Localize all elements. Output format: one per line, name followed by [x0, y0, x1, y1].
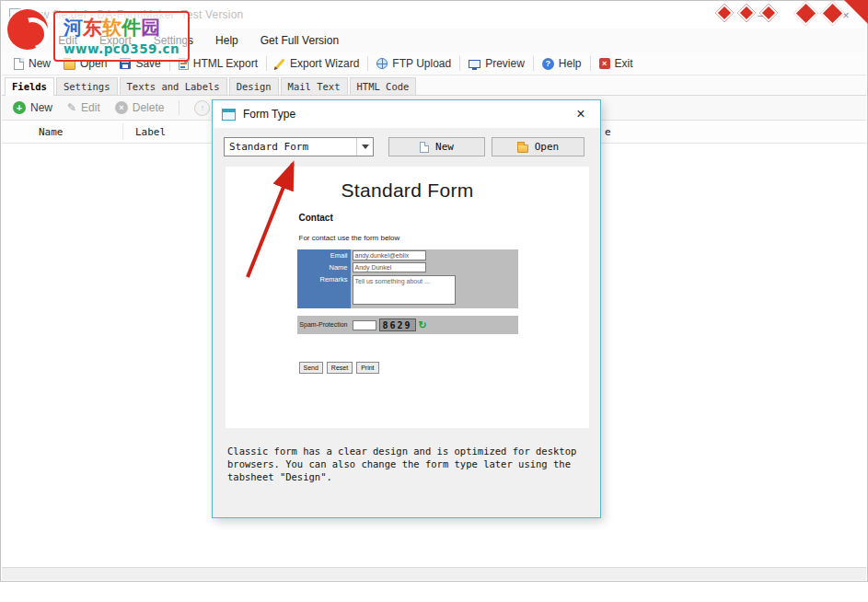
column-separator[interactable] [122, 123, 123, 140]
column-header-name[interactable]: Name [39, 126, 64, 138]
mock-buttons-row: Send Reset Print [297, 362, 518, 374]
mock-captcha: 8629 [379, 318, 416, 331]
mock-spam-label: Spam-Protection [297, 321, 351, 329]
tab-bar: Fields Settings Texts and Labels Design … [2, 75, 866, 96]
field-edit-button[interactable]: ✎ Edit [67, 101, 100, 114]
arrow-up-icon: ↑ [201, 103, 205, 112]
tab-mail-text[interactable]: Mail Text [281, 77, 348, 95]
toolbar-separator [590, 56, 591, 71]
ftp-upload-icon [376, 58, 388, 69]
mock-remarks-row: Remarks Tell us something about ... [297, 273, 518, 308]
app-icon [9, 8, 21, 21]
preview-heading: Standard Form [226, 179, 589, 202]
mock-remarks-label: Remarks [297, 273, 351, 308]
preview-icon [469, 60, 480, 68]
toolbar-separator [459, 56, 460, 71]
mock-name-input: Andy Dunkel [353, 262, 426, 272]
new-file-icon [420, 142, 429, 153]
menu-get-full-version[interactable]: Get Full Version [260, 34, 339, 47]
window-title: new file.def - DA-FormMaker Test Version [29, 8, 243, 21]
move-up-button[interactable]: ↑ [194, 100, 210, 116]
help-icon: ? [542, 58, 554, 70]
exit-button[interactable]: × Exit [593, 55, 640, 72]
menu-export[interactable]: Export [99, 34, 132, 47]
mock-name-label: Name [297, 261, 351, 273]
menu-edit[interactable]: Edit [58, 34, 77, 47]
mock-reset-button: Reset [327, 362, 353, 374]
open-button[interactable]: Open [57, 55, 113, 72]
save-button[interactable]: Save [113, 55, 167, 72]
minimize-button[interactable]: – [740, 1, 782, 29]
tab-settings[interactable]: Settings [56, 77, 118, 95]
new-file-icon [14, 58, 24, 70]
toolbar-separator [533, 56, 534, 71]
chevron-down-icon[interactable] [356, 138, 373, 156]
open-folder-icon [64, 61, 75, 70]
contact-form-preview: Contact For contact use the form below E… [297, 213, 518, 374]
column-header-label[interactable]: Label [135, 126, 166, 138]
form-type-dropdown[interactable]: Standard Form [224, 137, 374, 156]
help-button[interactable]: ? Help [536, 55, 588, 72]
menu-settings[interactable]: Settings [154, 34, 193, 47]
form-type-description: Classic form has a clear design and is o… [227, 445, 588, 484]
field-new-button[interactable]: + New [13, 101, 52, 114]
status-bar [2, 567, 866, 580]
main-toolbar: New Open Save HTML Export Export Wizard [2, 52, 866, 75]
export-wizard-button[interactable]: Export Wizard [269, 55, 365, 72]
mock-print-button: Print [356, 362, 378, 374]
window-controls: – □ × [740, 1, 867, 29]
maximize-button[interactable]: □ [782, 1, 825, 29]
tab-fields[interactable]: Fields [5, 77, 54, 96]
mock-email-input: andy.dunkel@eblix [353, 250, 426, 260]
html-export-icon [179, 58, 189, 70]
tab-html-code[interactable]: HTML Code [350, 77, 417, 95]
menu-file[interactable]: File [18, 34, 36, 47]
menu-bar: File Edit Export Settings Help Get Full … [2, 29, 866, 52]
save-icon [120, 58, 131, 69]
new-button[interactable]: New [7, 55, 57, 72]
open-folder-icon [517, 145, 528, 153]
mock-remarks-textarea: Tell us something about ... [353, 275, 456, 305]
dialog-title: Form Type [243, 108, 295, 121]
column-header-partial[interactable]: e [605, 126, 611, 138]
mock-spam-input [353, 320, 376, 330]
mock-email-label: Email [297, 249, 351, 261]
edit-pencil-icon: ✎ [67, 101, 76, 114]
form-preview-panel: Standard Form Contact For contact use th… [226, 167, 589, 428]
dialog-new-button[interactable]: New [388, 137, 485, 156]
field-delete-button[interactable]: × Delete [115, 101, 165, 114]
mock-send-button: Send [299, 362, 323, 374]
add-icon: + [13, 101, 26, 114]
mock-row-gap [297, 308, 518, 316]
title-bar: new file.def - DA-FormMaker Test Version… [1, 1, 867, 29]
dialog-title-bar: Form Type × [213, 100, 600, 128]
export-wizard-icon [275, 58, 284, 68]
mock-form-intro: For contact use the form below [299, 234, 518, 242]
toolbar-separator [266, 56, 267, 71]
delete-icon: × [115, 101, 128, 114]
ftp-upload-button[interactable]: FTP Upload [370, 55, 457, 72]
mock-email-row: Email andy.dunkel@eblix [297, 249, 518, 261]
menu-help[interactable]: Help [215, 34, 238, 47]
mock-name-row: Name Andy Dunkel [297, 261, 518, 273]
exit-icon: × [599, 58, 610, 69]
fields-toolbar-separator [179, 100, 179, 115]
mock-spam-row: Spam-Protection 8629 ↻ [297, 316, 518, 334]
dialog-open-button[interactable]: Open [492, 137, 584, 156]
tab-design[interactable]: Design [229, 77, 279, 95]
form-type-dialog: Form Type × Standard Form New Open Stand… [212, 99, 601, 518]
refresh-captcha-icon: ↻ [419, 320, 427, 330]
dialog-close-icon[interactable]: × [571, 104, 591, 124]
mock-form-title: Contact [299, 213, 518, 223]
toolbar-separator [367, 56, 368, 71]
form-dialog-icon [222, 109, 236, 121]
html-export-button[interactable]: HTML Export [172, 55, 264, 72]
screen: new file.def - DA-FormMaker Test Version… [0, 0, 868, 602]
close-button[interactable]: × [825, 1, 867, 29]
toolbar-separator [169, 56, 170, 71]
tab-texts-and-labels[interactable]: Texts and Labels [120, 77, 227, 95]
preview-button[interactable]: Preview [462, 55, 531, 72]
